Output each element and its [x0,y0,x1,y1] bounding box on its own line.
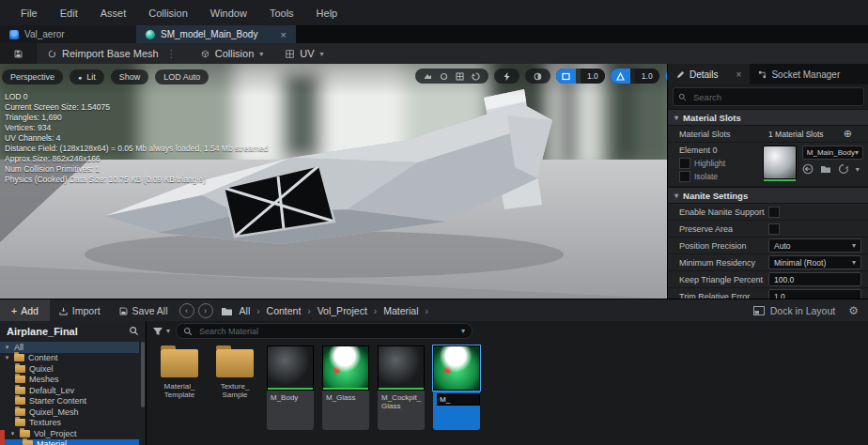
breadcrumb-project[interactable]: Vol_Project [318,305,367,316]
search-icon[interactable] [129,326,139,336]
breadcrumb-content[interactable]: Content [267,305,302,316]
use-selected-asset-icon[interactable] [802,163,814,175]
screen-size-toggle[interactable]: 1.0 [556,69,605,84]
minimum-residency-dropdown[interactable]: Minimal (Root)▾ [768,255,861,269]
details-close-icon[interactable]: × [736,69,742,80]
folder-icon [23,440,33,445]
browse-to-asset-icon[interactable] [820,163,831,175]
tree-item-all[interactable]: ▾All [0,342,139,353]
material-slots-label: Material Slots [679,130,768,139]
tree-item-quixel[interactable]: Quixel [0,363,139,375]
material-tile-m-body[interactable]: M_Body [267,345,314,430]
stats-line: Approx Size: 862x246x166 [5,154,268,164]
perspective-button[interactable]: Perspective [2,69,63,84]
reset-property-icon[interactable] [838,163,849,175]
menu-window[interactable]: Window [199,8,258,19]
preserve-area-label: Preserve Area [679,224,768,234]
3d-viewport[interactable]: Perspective ●Lit Show LOD Auto 1.0 [0,64,667,299]
forward-button[interactable]: › [198,303,213,318]
project-title: Airplane_Final [7,326,78,337]
tab-main-window[interactable]: Val_aeror [0,25,136,43]
tree-item-material-selected[interactable]: Material [0,439,139,445]
material-thumbnail[interactable] [763,146,796,179]
details-search-input[interactable] [691,91,859,103]
enable-nanite-checkbox[interactable] [768,207,780,218]
mesh-stats-overlay: LOD 0 Current Screen Size: 1.54075 Trian… [5,92,268,185]
unreal-editor-window: File Edit Asset Collision Window Tools H… [0,0,868,445]
material-slots-header-label: Material Slots [683,113,741,123]
material-tile-renaming[interactable] [433,345,480,430]
viewport-options-group[interactable] [415,69,488,84]
uv-grid-icon [286,50,294,58]
tab-close-icon[interactable]: × [281,29,287,40]
tree-scrollbar[interactable] [141,342,145,407]
asset-search-input[interactable] [197,326,457,337]
menu-help[interactable]: Help [305,8,349,19]
tree-item-content[interactable]: ▾Content [0,353,139,364]
minimum-residency-label: Minimum Residency [679,258,768,268]
breadcrumb-material[interactable]: Material [383,305,418,316]
tree-item-vol-project[interactable]: ▾Vol_Project [0,428,139,439]
menu-tools[interactable]: Tools [258,8,305,19]
tree-item-default-lev[interactable]: Default_Lev [0,385,139,396]
stats-line: Current Screen Size: 1.54075 [5,102,268,113]
settings-gear-icon[interactable]: ⚙ [848,304,859,317]
filters-button[interactable]: ▾ [152,327,170,336]
show-flags-button[interactable]: Show [111,69,149,84]
rename-input[interactable] [437,393,480,406]
material-slots-count: 1 Material Slots [768,130,824,139]
menu-asset[interactable]: Asset [89,8,138,19]
material-select-dropdown[interactable]: M_Main_Body ▾ [802,146,863,160]
tree-item-starter-content[interactable]: Starter Content [0,396,139,407]
more-icon[interactable]: ⋮ [164,48,178,60]
folder-tile-texture-sample[interactable]: Texture_Sample [211,345,258,399]
minimum-residency-value: Minimal (Root) [774,258,826,268]
reimport-base-mesh-button[interactable]: Reimport Base Mesh ⋮ [37,43,190,64]
save-all-button[interactable]: Save All [110,305,178,316]
material-slots-section-header[interactable]: ▾ Material Slots [668,109,868,126]
highlight-checkbox[interactable] [679,158,690,169]
preserve-area-checkbox[interactable] [768,223,780,235]
tree-item-quixel-mesh[interactable]: Quixel_Mesh [0,407,139,418]
realtime-toggle-button[interactable] [494,69,519,84]
back-button[interactable]: ‹ [179,303,194,318]
tab-details[interactable]: Details × [668,64,750,84]
asset-search-box[interactable]: ▾ [176,323,473,339]
chevron-right-icon: › [426,306,428,316]
material-thumbnail [433,345,480,391]
save-button[interactable] [0,43,37,64]
chevron-down-icon[interactable]: ▾ [856,165,860,174]
folder-icon [20,430,30,437]
camera-speed-icon [424,72,432,81]
isolate-label: Isolate [694,172,718,181]
isolate-checkbox[interactable] [679,171,690,182]
stats-line: Distance Field: (128x128x64) = 0.05 Mb a… [5,144,268,154]
exposure-button[interactable] [525,69,550,84]
uv-dropdown-button[interactable]: UV ▾ [274,43,334,64]
triangle-count-toggle[interactable]: 1.0 [611,69,659,84]
tree-item-textures[interactable]: Textures [0,418,139,429]
keep-triangle-percent-field[interactable]: 100.0 [768,272,861,286]
tab-socket-manager[interactable]: Socket Manager [750,64,848,84]
menu-file[interactable]: File [9,8,49,19]
lod-auto-button[interactable]: LOD Auto [155,69,209,84]
tab-static-mesh-editor[interactable]: SM_model_Main_Body × [136,25,296,43]
menu-collision[interactable]: Collision [137,8,199,19]
details-search-box[interactable] [673,87,864,106]
lit-mode-button[interactable]: ●Lit [70,69,104,84]
stats-line: Triangles: 1,690 [5,113,268,123]
menu-edit[interactable]: Edit [49,8,89,19]
folder-tile-material-template[interactable]: Material_Template [156,345,203,399]
dock-in-layout-button[interactable]: Dock in Layout ⚙ [753,304,868,317]
nanite-settings-section-header[interactable]: ▾ Nanite Settings [668,187,868,204]
add-button[interactable]: + Add [0,299,50,322]
material-tile-m-glass[interactable]: M_Glass [322,345,369,430]
collision-dropdown-button[interactable]: Collision ▾ [190,43,275,64]
breadcrumb-all[interactable]: All [240,305,251,316]
material-tile-m-cockpit-glass[interactable]: M_Cockpit_Glass [378,345,425,430]
tree-item-meshes[interactable]: Meshes [0,375,139,386]
add-material-slot-icon[interactable]: ⊕ [844,128,852,140]
position-precision-dropdown[interactable]: Auto▾ [768,238,861,253]
import-button[interactable]: Import [50,305,110,316]
details-panel: Details × Socket Manager ▾ Material Slot… [667,64,868,299]
